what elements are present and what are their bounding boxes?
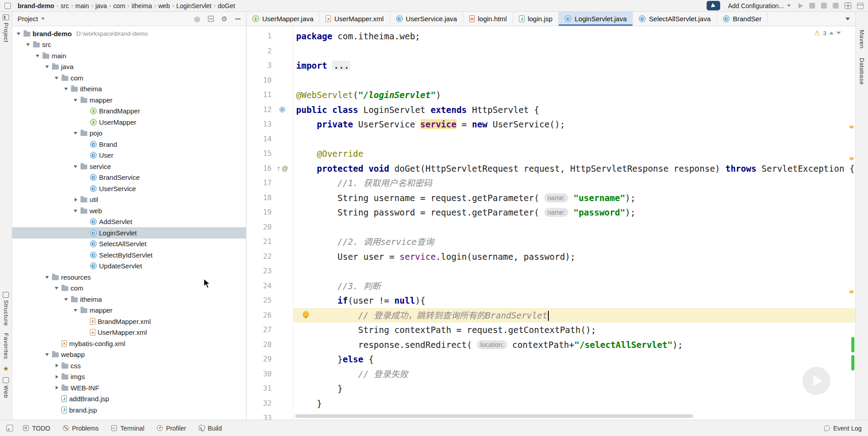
code-line[interactable]: 21 //2. 调用service查询 (246, 234, 855, 249)
tree-item[interactable]: src (12, 39, 246, 51)
code-line[interactable]: 22 User user = service.login(username, p… (246, 249, 855, 264)
tree-item[interactable]: IBrandMapper (12, 106, 246, 117)
editor-tab[interactable]: CUserService.java (390, 12, 463, 26)
chevron-down-icon[interactable] (44, 351, 52, 358)
panel-settings-gear-icon[interactable]: ⚙ (222, 15, 227, 23)
tree-item[interactable]: web (12, 205, 246, 216)
chevron-down-icon[interactable] (73, 97, 80, 103)
tree-item[interactable]: itheima (12, 294, 246, 305)
tool-stripe-project[interactable]: Project (3, 14, 9, 42)
status-item-problems[interactable]: Problems (63, 425, 99, 432)
code-line[interactable]: 17 //1. 获取用户名和密码 (246, 176, 855, 191)
editor-tab[interactable]: IUserMapper.java (246, 12, 320, 26)
tree-item[interactable]: CAddServlet (12, 216, 246, 228)
chevron-down-icon[interactable] (63, 296, 71, 303)
editor-tab[interactable]: xUserMapper.xml (320, 12, 390, 26)
code-line[interactable]: 14 (246, 132, 855, 147)
code-line[interactable]: 27 String contextPath = request.getConte… (246, 323, 855, 338)
tree-item[interactable]: brand-demoD:\workspace\brand-demo (12, 28, 246, 39)
tree-item[interactable]: xmybatis-config.xml (12, 338, 246, 349)
code-line[interactable]: 26 // 登录成功，跳转到查询所有的BrandServlet (246, 308, 855, 323)
chevron-down-icon[interactable] (73, 307, 80, 314)
chevron-down-icon[interactable] (73, 163, 80, 170)
breadcrumb-item[interactable]: web (156, 2, 172, 9)
breadcrumb-item[interactable]: src (58, 2, 71, 9)
override-method-icon[interactable]: ↑ (277, 161, 280, 176)
editor-tab[interactable]: CBrandSer (717, 12, 768, 26)
collapse-all-button[interactable] (208, 16, 214, 22)
code-line[interactable]: 31 } (246, 381, 855, 396)
tree-item[interactable]: java (12, 61, 246, 73)
code-line[interactable]: 32 } (246, 396, 855, 411)
tree-item[interactable]: JaddBrand.jsp (12, 394, 246, 405)
code-line[interactable]: 18 String username = request.getParamete… (246, 191, 855, 206)
status-item-event-log[interactable]: Event Log (824, 425, 862, 432)
code-line[interactable]: 2 (246, 44, 855, 59)
editor-tab[interactable]: Jlogin.jsp (513, 12, 559, 26)
tree-item[interactable]: mapper (12, 305, 246, 316)
status-item-todo[interactable]: TODO (23, 425, 50, 432)
tree-item[interactable]: itheima (12, 84, 246, 95)
tree-item[interactable]: xBrandMapper.xml (12, 316, 246, 327)
code-line[interactable]: 20 (246, 220, 855, 235)
tree-item[interactable]: WEB-INF (12, 382, 246, 394)
window-menu-icon[interactable] (5, 3, 11, 9)
tree-item[interactable]: imgs (12, 371, 246, 383)
code-line[interactable]: 16↑@ protected void doGet(HttpServletReq… (246, 161, 855, 176)
updates-icon[interactable] (857, 3, 863, 9)
tool-stripe-structure[interactable]: Structure (3, 292, 9, 326)
editor-tab[interactable]: CSelectAllServlet.java (633, 12, 717, 26)
status-item-build[interactable]: Build (199, 425, 222, 432)
chevron-down-icon[interactable] (73, 130, 80, 136)
locate-file-button[interactable]: ◎ (194, 15, 200, 23)
stop-button[interactable] (833, 3, 839, 9)
breadcrumb-item[interactable]: java (93, 2, 109, 9)
chevron-down-icon[interactable] (16, 30, 24, 37)
code-line[interactable]: 3import ... (246, 58, 855, 73)
chevron-right-icon[interactable] (54, 386, 61, 389)
chevron-down-icon[interactable] (25, 41, 33, 48)
code-line[interactable]: 10 (246, 73, 855, 88)
chevron-down-icon[interactable] (35, 52, 42, 59)
hide-panel-button[interactable] (235, 19, 241, 19)
code-line[interactable]: 30 // 登录失败 (246, 367, 855, 382)
tool-stripe-maven[interactable]: Maven (859, 30, 865, 49)
chevron-down-icon[interactable] (73, 207, 80, 214)
breadcrumb-item[interactable]: LoginServlet (174, 2, 214, 9)
coverage-button[interactable] (821, 3, 827, 9)
inspections-widget[interactable]: ⚠ 3 (814, 29, 841, 37)
favorites-star-icon[interactable]: ★ (3, 365, 9, 373)
breadcrumb-item[interactable]: itheima (129, 2, 154, 9)
chevron-right-icon[interactable] (54, 364, 61, 367)
breadcrumb-item[interactable]: main (73, 2, 91, 9)
tree-item[interactable]: com (12, 283, 246, 294)
code-line[interactable]: 19 String password = request.getParamete… (246, 205, 855, 220)
tree-item[interactable]: CUserService (12, 183, 246, 194)
code-line[interactable]: 24 //3. 判断 (246, 279, 855, 294)
intention-bulb-icon[interactable] (303, 311, 309, 317)
editor-tab[interactable]: Hlogin.html (463, 12, 513, 26)
tree-item[interactable]: resources (12, 272, 246, 283)
code-line[interactable]: 13 private UserService service = new Use… (246, 117, 855, 132)
tree-item[interactable]: service (12, 161, 246, 172)
tree-item[interactable]: CUser (12, 150, 246, 161)
breadcrumb-item[interactable]: com (111, 2, 127, 9)
code-line[interactable]: 15 @Override (246, 146, 855, 161)
tree-item[interactable]: CLoginServlet (12, 227, 246, 239)
tree-item[interactable]: css (12, 360, 246, 371)
chevron-down-icon[interactable] (44, 274, 52, 281)
tree-item[interactable]: webapp (12, 349, 246, 361)
tool-stripe-web[interactable]: Web (3, 377, 9, 398)
code-line[interactable]: 1package com.itheima.web; (246, 29, 855, 44)
project-panel-title[interactable]: Project (18, 15, 38, 23)
tree-item[interactable]: com (12, 72, 246, 84)
horizontal-scrollbar[interactable] (295, 414, 693, 418)
run-configuration-selector[interactable]: Add Configuration... (726, 1, 793, 10)
debug-button[interactable] (809, 3, 815, 9)
next-warning-icon[interactable] (836, 32, 841, 34)
toolwindow-toggle-icon[interactable] (6, 425, 13, 431)
run-button[interactable] (798, 3, 803, 9)
code-line[interactable]: 12Cpublic class LoginServlet extends Htt… (246, 103, 855, 117)
code-line[interactable]: 23 (246, 264, 855, 279)
tree-item[interactable]: Jbrand.jsp (12, 404, 246, 416)
